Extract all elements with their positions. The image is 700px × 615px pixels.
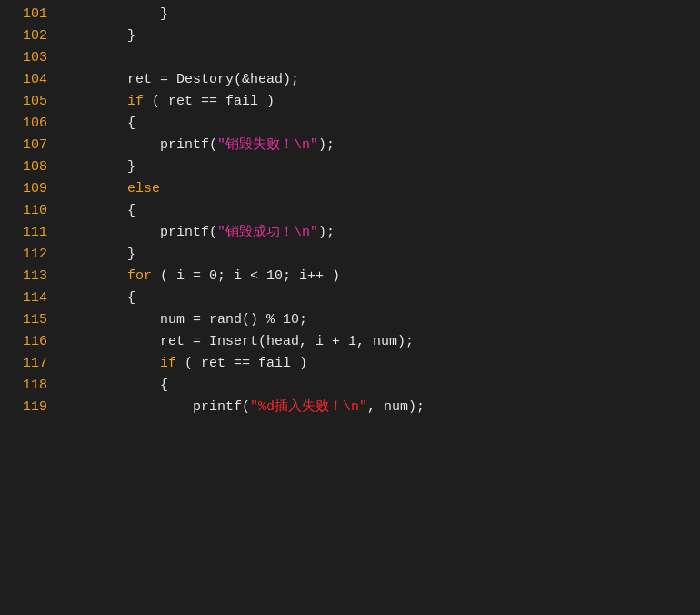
line-num-101: 101 [7,4,47,25]
code-content: } } ret = Destory(&head); if ( ret == fa… [55,4,700,418]
line-num-105: 105 [7,91,47,113]
code-line-119: printf("%d插入失败！\n", num); [62,397,700,418]
line-num-117: 117 [7,353,47,375]
code-line-110: { [62,200,700,222]
line-num-107: 107 [7,135,47,156]
code-line-106: { [62,113,700,135]
line-num-102: 102 [7,25,47,47]
line-num-114: 114 [7,287,47,309]
line-num-115: 115 [7,309,47,331]
code-line-112: } [62,244,700,266]
code-line-101: } [62,4,700,25]
line-num-109: 109 [7,178,47,200]
line-num-113: 113 [7,266,47,287]
line-num-119: 119 [7,397,47,418]
code-line-107: printf("销毁失败！\n"); [62,135,700,156]
line-num-116: 116 [7,331,47,353]
code-viewer: 101 102 103 104 105 106 107 108 109 110 … [0,0,700,422]
code-line-114: { [62,287,700,309]
line-number-column: 101 102 103 104 105 106 107 108 109 110 … [0,4,55,418]
code-line-115: num = rand() % 10; [62,309,700,331]
line-num-110: 110 [7,200,47,222]
code-line-103 [62,47,700,69]
line-num-103: 103 [7,47,47,69]
line-num-106: 106 [7,113,47,135]
code-line-118: { [62,375,700,397]
line-num-118: 118 [7,375,47,397]
code-line-113: for ( i = 0; i < 10; i++ ) [62,266,700,287]
line-num-112: 112 [7,244,47,266]
code-line-105: if ( ret == fail ) [62,91,700,113]
code-line-109: else [62,178,700,200]
code-line-116: ret = Insert(head, i + 1, num); [62,331,700,353]
code-line-111: printf("销毁成功！\n"); [62,222,700,244]
code-line-117: if ( ret == fail ) [62,353,700,375]
line-num-111: 111 [7,222,47,244]
code-line-104: ret = Destory(&head); [62,69,700,91]
code-line-102: } [62,25,700,47]
code-line-108: } [62,156,700,178]
line-num-104: 104 [7,69,47,91]
line-num-108: 108 [7,156,47,178]
